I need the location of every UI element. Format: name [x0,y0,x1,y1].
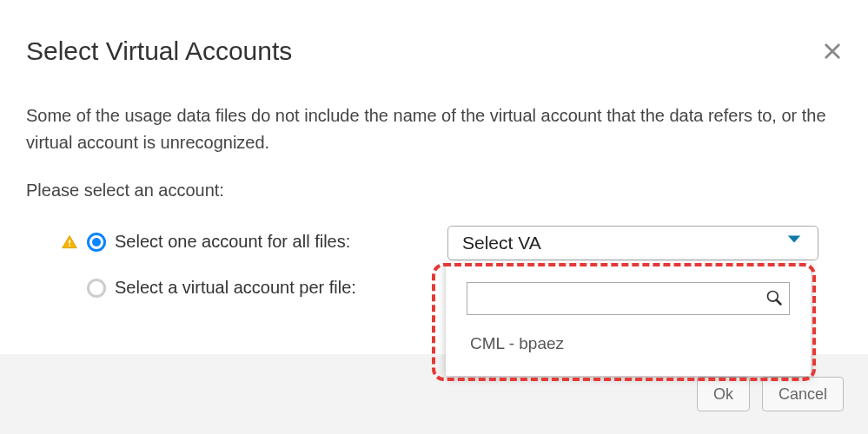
select-placeholder: Select VA [462,233,541,253]
chevron-down-icon [786,233,802,249]
select-account-prompt: Please select an account: [26,181,224,201]
radio-row-all-files: Select one account for all files: [61,232,350,252]
search-icon [765,289,783,310]
dialog-title: Select Virtual Accounts [26,36,292,66]
svg-rect-1 [69,244,70,246]
radio-per-file-label: Select a virtual account per file: [115,278,356,298]
svg-rect-0 [69,240,70,243]
dropdown-search-input[interactable] [467,282,790,315]
ok-button[interactable]: Ok [697,377,750,411]
warning-icon [61,233,78,251]
radio-per-file[interactable] [87,279,106,298]
select-virtual-accounts-dialog: Select Virtual Accounts Some of the usag… [0,0,868,434]
cancel-button[interactable]: Cancel [762,377,844,411]
close-icon[interactable] [823,42,842,61]
virtual-account-select[interactable]: Select VA [447,226,818,260]
radio-row-per-file: Select a virtual account per file: [61,278,356,298]
dropdown-item[interactable]: CML - bpaez [458,327,798,360]
virtual-account-dropdown: CML - bpaez [446,261,811,376]
dropdown-search-wrap [467,282,790,315]
radio-all-files[interactable] [87,233,106,252]
radio-all-files-label: Select one account for all files: [115,232,350,252]
dialog-description: Some of the usage data files do not incl… [26,102,842,156]
svg-line-3 [777,300,781,305]
